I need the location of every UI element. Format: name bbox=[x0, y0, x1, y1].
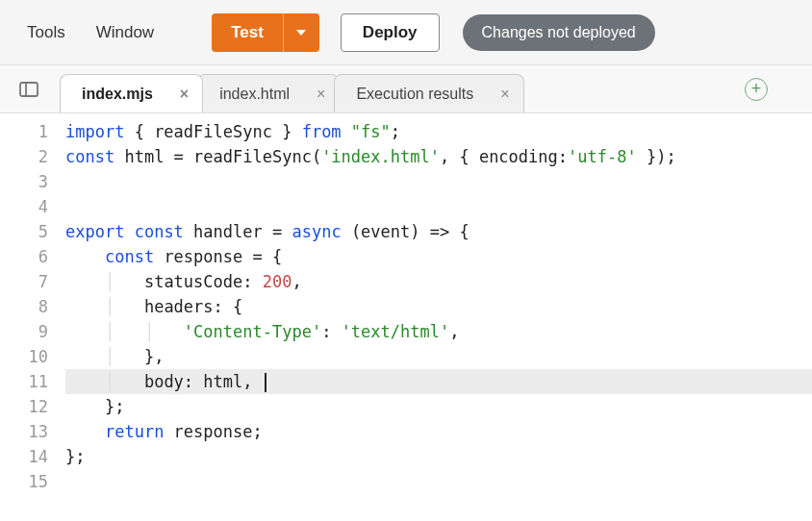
tab-index-mjs[interactable]: index.mjs× bbox=[60, 74, 203, 112]
code-line[interactable] bbox=[65, 469, 812, 494]
line-number: 1 bbox=[0, 119, 48, 144]
deploy-status-badge: Changes not deployed bbox=[463, 14, 655, 51]
close-icon[interactable]: × bbox=[500, 87, 509, 102]
code-token: from bbox=[302, 122, 342, 141]
line-number: 6 bbox=[0, 244, 48, 269]
code-token: export bbox=[65, 222, 124, 241]
code-token: return bbox=[105, 422, 164, 441]
code-line[interactable]: │ headers: { bbox=[65, 294, 812, 319]
add-tab-button[interactable]: + bbox=[745, 78, 768, 101]
code-token: const bbox=[65, 147, 114, 166]
code-token: }; bbox=[65, 447, 85, 466]
code-token: │ bbox=[105, 272, 144, 291]
line-number: 8 bbox=[0, 294, 48, 319]
code-line[interactable]: const response = { bbox=[65, 244, 812, 269]
text-cursor bbox=[265, 373, 266, 392]
code-token: handler = bbox=[184, 222, 292, 241]
code-token: }); bbox=[637, 147, 676, 166]
tab-execution-results[interactable]: Execution results× bbox=[334, 74, 523, 112]
code-token: const bbox=[105, 247, 154, 266]
code-token: │ │ bbox=[105, 322, 184, 341]
line-number: 9 bbox=[0, 319, 48, 344]
code-token bbox=[65, 322, 105, 341]
deploy-button[interactable]: Deploy bbox=[341, 13, 440, 52]
code-token: "fs" bbox=[351, 122, 391, 141]
plus-icon: + bbox=[751, 79, 762, 99]
code-token: 'index.html' bbox=[321, 147, 440, 166]
menu-window[interactable]: Window bbox=[87, 17, 164, 48]
code-line[interactable] bbox=[65, 194, 812, 219]
sidebar-toggle-icon[interactable] bbox=[13, 74, 44, 105]
code-token: async bbox=[292, 222, 341, 241]
line-number: 12 bbox=[0, 394, 48, 419]
code-token: headers: { bbox=[144, 297, 242, 316]
tab-index-html[interactable]: index.html× bbox=[197, 74, 340, 112]
close-icon[interactable]: × bbox=[180, 87, 189, 102]
code-token: 'Content-Type' bbox=[184, 322, 321, 341]
toolbar: Tools Window Test Deploy Changes not dep… bbox=[0, 0, 812, 65]
code-line[interactable]: return response; bbox=[65, 419, 812, 444]
code-line[interactable]: │ }, bbox=[65, 344, 812, 369]
code-line[interactable]: │ body: html, bbox=[65, 369, 812, 394]
line-number: 2 bbox=[0, 144, 48, 169]
menu-tools[interactable]: Tools bbox=[17, 17, 75, 48]
code-token: { readFileSync } bbox=[124, 122, 301, 141]
close-icon[interactable]: × bbox=[317, 87, 325, 102]
code-token: 'text/html' bbox=[342, 322, 450, 341]
code-token: 200 bbox=[263, 272, 292, 291]
code-editor[interactable]: 123456789101112131415 import { readFileS… bbox=[0, 113, 812, 494]
code-token bbox=[65, 272, 105, 291]
code-line[interactable]: │ statusCode: 200, bbox=[65, 269, 812, 294]
code-token bbox=[65, 347, 105, 366]
code-line[interactable] bbox=[65, 169, 812, 194]
code-token: html = readFileSync( bbox=[114, 147, 321, 166]
code-line[interactable]: const html = readFileSync('index.html', … bbox=[65, 144, 812, 169]
code-token: │ bbox=[105, 347, 144, 366]
line-number: 5 bbox=[0, 219, 48, 244]
test-dropdown-button[interactable] bbox=[283, 13, 319, 52]
svg-rect-0 bbox=[20, 83, 38, 96]
line-number: 13 bbox=[0, 419, 48, 444]
code-token bbox=[65, 247, 105, 266]
code-token: : bbox=[321, 322, 341, 341]
code-token: statusCode: bbox=[144, 272, 263, 291]
tab-label: index.html bbox=[219, 86, 290, 103]
tab-bar: index.mjs×index.html×Execution results× … bbox=[0, 65, 812, 113]
test-button[interactable]: Test bbox=[212, 13, 283, 52]
code-token: 'utf-8' bbox=[568, 147, 637, 166]
code-token: , bbox=[449, 322, 459, 341]
code-line[interactable]: }; bbox=[65, 394, 812, 419]
line-number: 4 bbox=[0, 194, 48, 219]
line-number: 15 bbox=[0, 469, 48, 494]
line-number: 14 bbox=[0, 444, 48, 469]
code-token bbox=[65, 372, 105, 391]
line-number: 3 bbox=[0, 169, 48, 194]
code-line[interactable]: }; bbox=[65, 444, 812, 469]
code-token: , bbox=[292, 272, 301, 291]
line-number-gutter: 123456789101112131415 bbox=[0, 113, 60, 494]
tab-label: index.mjs bbox=[82, 86, 153, 103]
code-token: body: html, bbox=[144, 372, 263, 391]
code-token: import bbox=[65, 122, 124, 141]
line-number: 10 bbox=[0, 344, 48, 369]
code-line[interactable]: import { readFileSync } from "fs"; bbox=[65, 119, 812, 144]
code-token bbox=[124, 222, 134, 241]
code-token: ; bbox=[391, 122, 400, 141]
code-line[interactable]: │ │ 'Content-Type': 'text/html', bbox=[65, 319, 812, 344]
test-button-group: Test bbox=[212, 13, 319, 52]
line-number: 7 bbox=[0, 269, 48, 294]
code-line[interactable]: export const handler = async (event) => … bbox=[65, 219, 812, 244]
code-token: │ bbox=[105, 372, 144, 391]
caret-down-icon bbox=[296, 30, 306, 36]
code-token bbox=[65, 297, 105, 316]
code-token: const bbox=[135, 222, 184, 241]
code-token: }; bbox=[65, 397, 124, 416]
code-token: response; bbox=[164, 422, 262, 441]
line-number: 11 bbox=[0, 369, 48, 394]
code-token bbox=[342, 122, 351, 141]
code-token: │ bbox=[105, 297, 144, 316]
code-token: , { encoding: bbox=[440, 147, 568, 166]
code-token bbox=[65, 422, 105, 441]
code-token: }, bbox=[144, 347, 164, 366]
code-area[interactable]: import { readFileSync } from "fs";const … bbox=[60, 113, 812, 494]
